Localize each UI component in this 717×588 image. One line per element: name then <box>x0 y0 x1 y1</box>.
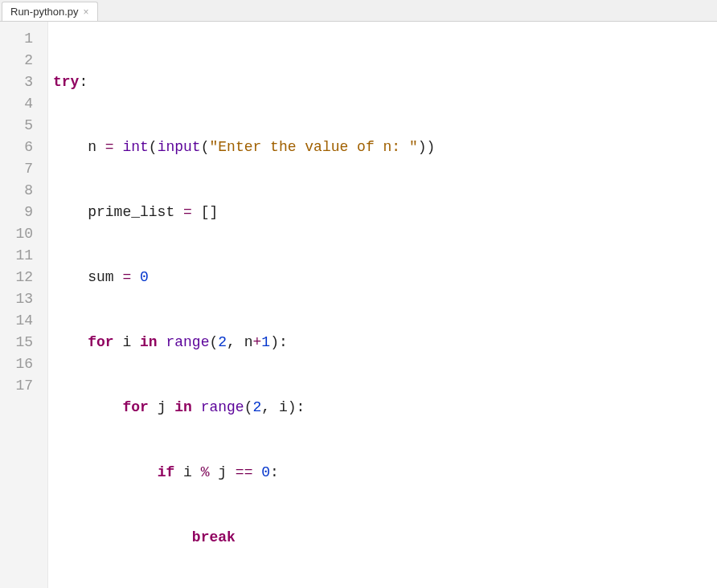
line-number: 5 <box>0 115 41 137</box>
code-line: try: <box>51 71 717 93</box>
line-gutter: 1234567891011121314151617 <box>0 22 48 588</box>
line-number: 3 <box>0 71 41 93</box>
line-number: 4 <box>0 93 41 115</box>
line-number: 1 <box>0 28 41 50</box>
line-number: 17 <box>0 375 41 397</box>
line-number: 16 <box>0 353 41 375</box>
line-number: 10 <box>0 223 41 245</box>
code-line: prime_list = [] <box>51 202 717 223</box>
line-number: 15 <box>0 332 41 353</box>
line-number: 11 <box>0 245 41 267</box>
line-number: 14 <box>0 310 41 332</box>
line-number: 8 <box>0 180 41 202</box>
close-icon[interactable]: × <box>84 6 89 18</box>
line-number: 9 <box>0 202 41 223</box>
line-number: 7 <box>0 158 41 180</box>
code-area[interactable]: try: n = int(input("Enter the value of n… <box>48 22 717 588</box>
line-number: 13 <box>0 288 41 310</box>
code-line: sum = 0 <box>51 267 717 288</box>
code-line: for j in range(2, i): <box>51 397 717 419</box>
line-number: 6 <box>0 137 41 158</box>
code-line: break <box>51 527 717 549</box>
line-number: 12 <box>0 267 41 288</box>
editor-tab-bar: Run-python.py × <box>0 0 717 22</box>
code-line: for i in range(2, n+1): <box>51 332 717 353</box>
code-line: n = int(input("Enter the value of n: ")) <box>51 137 717 158</box>
editor-pane: 1234567891011121314151617 try: n = int(i… <box>0 22 717 588</box>
line-number: 2 <box>0 50 41 71</box>
tab-label: Run-python.py <box>10 6 79 18</box>
editor-tab[interactable]: Run-python.py × <box>2 2 98 21</box>
code-line: if i % j == 0: <box>51 462 717 484</box>
